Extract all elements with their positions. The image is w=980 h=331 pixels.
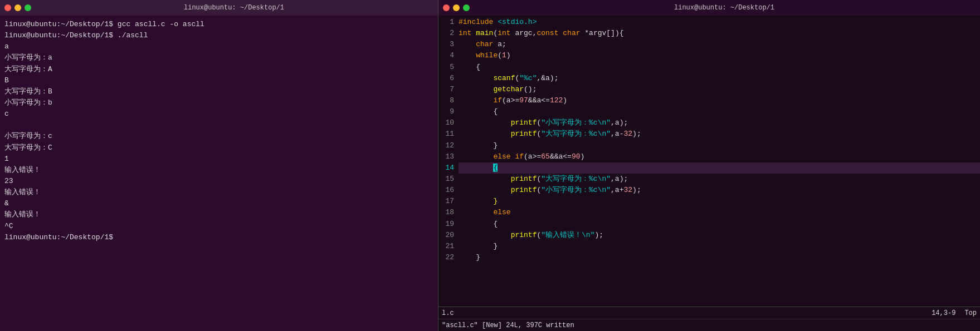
editor-titlebar: linux@ubuntu: ~/Desktop/1 — [438, 0, 980, 16]
term-line: ^C — [4, 221, 433, 232]
terminal-titlebar: linux@ubuntu: ~/Desktop/1 — [0, 0, 438, 16]
code-line-19: { — [459, 219, 980, 230]
code-line-3: char a; — [459, 39, 980, 50]
term-line: 输入错误！ — [4, 209, 433, 220]
close-btn-left[interactable] — [4, 4, 11, 11]
code-line-17: } — [459, 196, 980, 207]
code-line-16: printf("小写字母为：%c\n",a+32); — [459, 185, 980, 196]
status-position: 14,3-9 — [932, 309, 955, 317]
maximize-btn-right[interactable] — [463, 4, 470, 11]
status-top: Top — [964, 309, 977, 317]
term-line: 输入错误！ — [4, 165, 433, 176]
code-line-4: while(1) — [459, 50, 980, 61]
minimize-btn-right[interactable] — [453, 4, 460, 11]
code-area: 1 2 3 4 5 6 7 8 9 10 11 12 13 14 15 16 1… — [438, 16, 980, 307]
code-line-22: } — [459, 252, 980, 263]
term-line: 小写字母为：c — [4, 131, 433, 142]
term-line: a — [4, 41, 433, 52]
term-line — [4, 120, 433, 131]
editor-panel: linux@ubuntu: ~/Desktop/1 1 2 3 4 5 6 7 … — [438, 0, 980, 331]
term-line: c — [4, 108, 433, 120]
term-line: 小写字母为：a — [4, 52, 433, 63]
code-line-5: { — [459, 62, 980, 73]
code-line-13: else if(a>=65&&a<=90) — [459, 151, 980, 162]
code-line-20: printf("输入错误！\n"); — [459, 230, 980, 241]
term-line: 23 — [4, 176, 433, 187]
minimize-btn-left[interactable] — [14, 4, 21, 11]
code-line-18: else — [459, 207, 980, 218]
editor-title: linux@ubuntu: ~/Desktop/1 — [473, 4, 976, 12]
term-line: 大写字母为：B — [4, 86, 433, 97]
message-text: "ascll.c" [New] 24L, 397C written — [442, 322, 574, 329]
code-line-8: if(a>=97&&a<=122) — [459, 95, 980, 106]
status-bar: l.c 14,3-9 Top — [438, 307, 980, 319]
term-line: linux@ubuntu:~/Desktop/1$ — [4, 232, 433, 243]
code-line-14: { — [459, 162, 980, 174]
code-line-10: printf("小写字母为：%c\n",a); — [459, 117, 980, 129]
code-content: #include <stdio.h> int main(int argc,con… — [459, 17, 980, 305]
maximize-btn-left[interactable] — [25, 4, 31, 11]
term-line: & — [4, 198, 433, 209]
line-numbers: 1 2 3 4 5 6 7 8 9 10 11 12 13 14 15 16 1… — [438, 17, 459, 305]
term-line: 大写字母为：C — [4, 142, 433, 154]
code-line-9: { — [459, 106, 980, 117]
code-line-21: } — [459, 241, 980, 252]
code-line-7: getchar(); — [459, 84, 980, 95]
code-line-11: printf("大写字母为：%c\n",a-32); — [459, 129, 980, 140]
term-line: 大写字母为：A — [4, 64, 433, 75]
term-line: linux@ubuntu:~/Desktop/1$ ./ascll — [4, 30, 433, 41]
terminal-panel: linux@ubuntu: ~/Desktop/1 linux@ubuntu:~… — [0, 0, 438, 331]
term-line: 1 — [4, 154, 433, 165]
term-line: 小写字母为：b — [4, 97, 433, 108]
editor-body: 1 2 3 4 5 6 7 8 9 10 11 12 13 14 15 16 1… — [438, 16, 980, 307]
code-line-15: printf("大写字母为：%c\n",a); — [459, 174, 980, 185]
term-line: B — [4, 75, 433, 86]
terminal-title: linux@ubuntu: ~/Desktop/1 — [35, 4, 433, 12]
close-btn-right[interactable] — [443, 4, 450, 11]
message-bar: "ascll.c" [New] 24L, 397C written — [438, 319, 980, 331]
terminal-body: linux@ubuntu:~/Desktop/1$ gcc ascll.c -o… — [0, 16, 438, 331]
code-line-1: #include <stdio.h> — [459, 17, 980, 28]
code-line-12: } — [459, 140, 980, 151]
code-line-2: int main(int argc,const char *argv[]){ — [459, 28, 980, 39]
status-filename: l.c — [442, 309, 932, 317]
term-line: 输入错误！ — [4, 187, 433, 198]
term-line: linux@ubuntu:~/Desktop/1$ gcc ascll.c -o… — [4, 19, 433, 30]
code-line-6: scanf("%c",&a); — [459, 73, 980, 84]
